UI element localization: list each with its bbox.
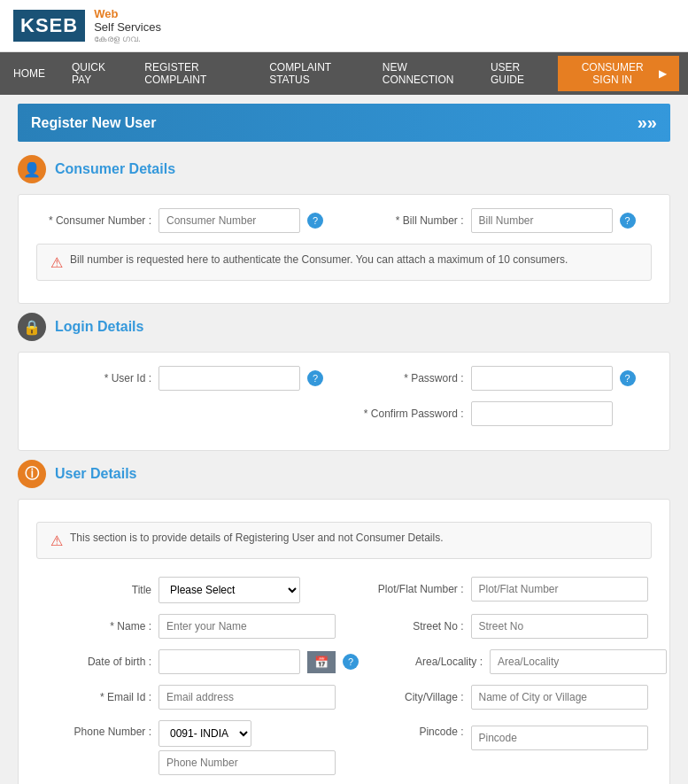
password-help-icon[interactable]: ? bbox=[620, 370, 636, 386]
user-info-box: ⚠ This section is to provide details of … bbox=[36, 522, 652, 559]
userid-label: * User Id : bbox=[36, 372, 151, 384]
info-warning-icon: ⚠ bbox=[50, 254, 63, 271]
email-label: * Email Id : bbox=[36, 691, 151, 703]
nav-user-guide[interactable]: USER GUIDE bbox=[477, 52, 558, 95]
confirm-password-group: * Confirm Password : bbox=[349, 401, 653, 426]
consumer-number-input[interactable] bbox=[158, 208, 300, 233]
user-section-title: User Details bbox=[55, 466, 137, 482]
bill-number-input[interactable] bbox=[471, 208, 613, 233]
userid-input[interactable] bbox=[158, 366, 300, 391]
plot-input[interactable] bbox=[471, 577, 648, 602]
user-info-text: This section is to provide details of Re… bbox=[70, 532, 444, 544]
nav-quick-pay[interactable]: QUICK PAY bbox=[58, 52, 131, 95]
city-input[interactable] bbox=[471, 685, 648, 710]
userid-group: * User Id : ? bbox=[36, 366, 340, 391]
logo-text: KSEB bbox=[20, 14, 78, 37]
title-plot-row: Title Please Select Mr. Mrs. Ms. Dr. Plo… bbox=[36, 577, 652, 603]
dob-label: Date of birth : bbox=[36, 656, 151, 668]
page-title: Register New User bbox=[31, 115, 156, 131]
street-label: Street No : bbox=[349, 620, 464, 633]
plot-label: Plot/Flat Number : bbox=[349, 583, 464, 595]
user-info-warning-icon: ⚠ bbox=[50, 532, 63, 549]
plot-group: Plot/Flat Number : bbox=[349, 577, 653, 602]
consumer-info-box: ⚠ Bill number is requested here to authe… bbox=[36, 244, 652, 281]
login-section-icon: 🔒 bbox=[18, 313, 46, 341]
dob-area-row: Date of birth : 📅 ? Area/Locality : bbox=[36, 649, 652, 674]
userid-help-icon[interactable]: ? bbox=[307, 370, 323, 386]
login-section-title: Login Details bbox=[55, 319, 143, 335]
nav-register-complaint[interactable]: REGISTER COMPLAINT bbox=[131, 52, 256, 95]
consumer-details-section: 👤 Consumer Details * Consumer Number : ?… bbox=[18, 155, 670, 304]
register-header: Register New User »» bbox=[18, 104, 670, 142]
dob-input[interactable] bbox=[158, 649, 300, 674]
city-label: City/Village : bbox=[349, 691, 464, 703]
area-label: Area/Locality : bbox=[367, 656, 483, 668]
nav-new-connection[interactable]: NEW CONNECTION bbox=[369, 52, 477, 95]
logo-subtitle: Web Self Services കേരള ഗവ. bbox=[94, 7, 161, 44]
logo-sub1: Web bbox=[94, 7, 161, 20]
logo-tagline: കേരള ഗവ. bbox=[94, 34, 161, 44]
consumer-section-title: Consumer Details bbox=[55, 161, 175, 177]
phone-group: Phone Number : 0091- INDIA bbox=[36, 720, 340, 775]
name-group: * Name : bbox=[36, 614, 340, 639]
login-section-header: 🔒 Login Details bbox=[18, 313, 670, 341]
pincode-input[interactable] bbox=[471, 726, 648, 750]
calendar-button[interactable]: 📅 bbox=[307, 651, 336, 673]
email-input[interactable] bbox=[158, 685, 336, 710]
confirm-password-label: * Confirm Password : bbox=[349, 408, 464, 420]
nav-complaint-status[interactable]: COMPLAINT STATUS bbox=[256, 52, 369, 95]
header: KSEB Web Self Services കേരള ഗവ. bbox=[0, 0, 688, 52]
consumer-number-help-icon[interactable]: ? bbox=[307, 213, 323, 229]
chevron-right-icon: »» bbox=[638, 113, 657, 133]
nav-bar: HOME QUICK PAY REGISTER COMPLAINT COMPLA… bbox=[0, 52, 688, 95]
password-group: * Password : ? bbox=[349, 366, 653, 391]
consumer-section-header: 👤 Consumer Details bbox=[18, 155, 670, 183]
email-group: * Email Id : bbox=[36, 685, 340, 710]
nav-home[interactable]: HOME bbox=[0, 58, 58, 89]
phone-label: Phone Number : bbox=[36, 726, 151, 738]
consumer-number-label: * Consumer Number : bbox=[36, 214, 151, 227]
user-form: ⚠ This section is to provide details of … bbox=[18, 499, 670, 784]
userid-password-row: * User Id : ? * Password : ? bbox=[36, 366, 652, 391]
user-details-section: ⓘ User Details ⚠ This section is to prov… bbox=[18, 460, 670, 784]
phone-country-row: 0091- INDIA bbox=[158, 720, 336, 747]
login-details-section: 🔒 Login Details * User Id : ? * Password… bbox=[18, 313, 670, 451]
street-group: Street No : bbox=[349, 614, 653, 639]
password-label: * Password : bbox=[349, 372, 464, 384]
area-group: Area/Locality : bbox=[367, 649, 667, 674]
title-group: Title Please Select Mr. Mrs. Ms. Dr. bbox=[36, 577, 340, 603]
pincode-group: Pincode : bbox=[349, 726, 653, 750]
name-label: * Name : bbox=[36, 620, 151, 633]
phone-inputs: 0091- INDIA bbox=[158, 720, 336, 775]
phone-country-select[interactable]: 0091- INDIA bbox=[158, 720, 251, 747]
name-street-row: * Name : Street No : bbox=[36, 614, 652, 639]
dob-help-icon[interactable]: ? bbox=[343, 654, 359, 670]
title-label: Title bbox=[36, 584, 151, 596]
user-section-icon: ⓘ bbox=[18, 460, 46, 488]
user-section-header: ⓘ User Details bbox=[18, 460, 670, 488]
page-content: Register New User »» 👤 Consumer Details … bbox=[0, 95, 688, 784]
logo-sub2: Self Services bbox=[94, 20, 161, 34]
logo-box: KSEB bbox=[13, 10, 85, 42]
title-select[interactable]: Please Select Mr. Mrs. Ms. Dr. bbox=[158, 577, 300, 603]
consumer-form: * Consumer Number : ? * Bill Number : ? … bbox=[18, 194, 670, 304]
city-group: City/Village : bbox=[349, 685, 653, 710]
phone-number-input[interactable] bbox=[158, 750, 336, 775]
bill-number-label: * Bill Number : bbox=[349, 214, 464, 227]
name-input[interactable] bbox=[158, 614, 336, 639]
signin-arrow-icon: ▶ bbox=[659, 67, 667, 80]
consumer-signin-button[interactable]: CONSUMER SIGN IN ▶ bbox=[558, 56, 679, 91]
street-input[interactable] bbox=[471, 614, 648, 639]
email-city-row: * Email Id : City/Village : bbox=[36, 685, 652, 710]
consumer-section-icon: 👤 bbox=[18, 155, 46, 183]
password-input[interactable] bbox=[471, 366, 613, 391]
dob-group: Date of birth : 📅 ? bbox=[36, 649, 359, 674]
consumer-info-text: Bill number is requested here to authent… bbox=[70, 253, 568, 266]
confirm-password-row: * Confirm Password : bbox=[36, 401, 652, 426]
area-input[interactable] bbox=[490, 649, 667, 674]
login-form: * User Id : ? * Password : ? * Confirm P… bbox=[18, 352, 670, 451]
bill-number-help-icon[interactable]: ? bbox=[620, 213, 636, 229]
confirm-password-input[interactable] bbox=[471, 401, 613, 426]
pincode-label: Pincode : bbox=[349, 726, 464, 738]
consumer-number-group: * Consumer Number : ? bbox=[36, 208, 340, 233]
